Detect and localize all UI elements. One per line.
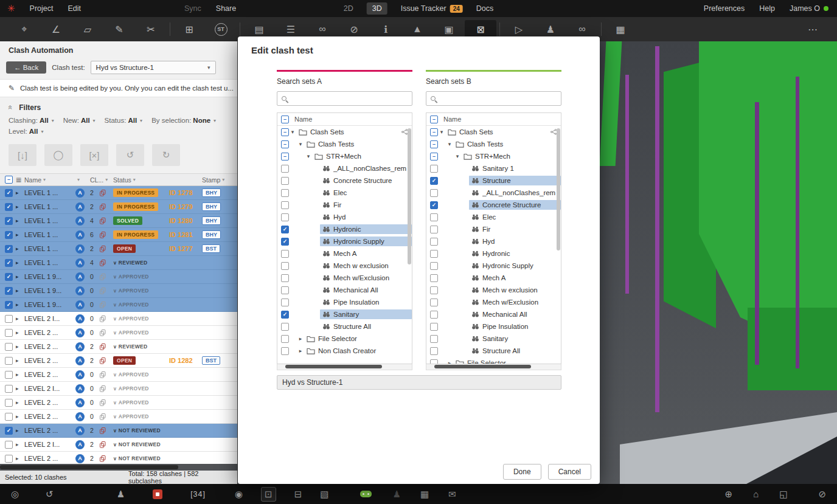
filter-new[interactable]: New:All▾ <box>63 117 96 124</box>
select-all-checkbox-a[interactable]: – <box>281 116 289 123</box>
section-plane-icon[interactable]: ▱ <box>72 20 103 38</box>
tree-checkbox[interactable] <box>430 299 438 306</box>
clash-test-name-input[interactable] <box>277 375 561 390</box>
sheets-icon[interactable]: ▤ <box>243 20 275 38</box>
tree-a-horizontal-scrollbar[interactable] <box>277 364 412 370</box>
tree-row-mech-w-exclusion[interactable]: Mech w exclusion <box>426 284 561 296</box>
tree-checkbox[interactable] <box>281 323 289 331</box>
column-header-cl[interactable]: CL...▾ <box>90 176 113 184</box>
tree-row-structure-all[interactable]: Structure All <box>426 345 561 357</box>
world-icon[interactable]: ⊕ <box>725 489 733 500</box>
tree-row-fir[interactable]: Fir <box>426 223 561 235</box>
menu-3d[interactable]: 3D <box>367 2 387 15</box>
clash-row[interactable]: ▸LEVEL 2 ...A0∨ APPROVED <box>0 396 237 410</box>
tree-checkbox[interactable] <box>430 213 438 221</box>
fullscreen-icon[interactable]: ◱ <box>779 489 788 500</box>
menu-preferences[interactable]: Preferences <box>704 4 745 13</box>
column-header-stamp[interactable]: Stamp▾ <box>202 176 237 184</box>
tree-checkbox[interactable]: – <box>430 128 438 136</box>
tree-checkbox[interactable]: ✓ <box>281 311 289 319</box>
tree-row-hydronic[interactable]: Hydronic <box>426 247 561 260</box>
tree-checkbox[interactable] <box>281 262 289 270</box>
tree-checkbox[interactable] <box>430 311 438 319</box>
clash-row[interactable]: ▸LEVEL 2 ...A2∨ REVIEWED <box>0 340 237 354</box>
scrollbar-thumb[interactable] <box>285 365 382 368</box>
row-checkbox[interactable] <box>5 385 13 393</box>
tree-checkbox[interactable] <box>281 347 289 355</box>
tree-checkbox[interactable] <box>281 274 289 282</box>
expand-chevron-icon[interactable]: ▸ <box>16 204 19 210</box>
expand-chevron-icon[interactable]: ▸ <box>16 246 19 252</box>
search-input-a[interactable] <box>290 95 408 102</box>
refresh-cw-icon[interactable]: ↻ <box>152 144 180 166</box>
tree-checkbox[interactable]: – <box>281 153 289 161</box>
clash-row[interactable]: ✓▸LEVEL 1 ...A4SOLVEDID 1280BHY <box>0 214 237 228</box>
expand-chevron-icon[interactable]: ▸ <box>16 260 19 266</box>
walk-icon[interactable]: ♟ <box>392 489 400 500</box>
tree-a-vertical-scrollbar[interactable] <box>407 127 411 362</box>
apps-icon[interactable]: ▦ <box>420 489 429 500</box>
tree-checkbox[interactable] <box>430 274 438 282</box>
avatar-walk-icon[interactable]: ♟ <box>117 489 125 500</box>
menu-issue-tracker[interactable]: Issue Tracker24 <box>401 4 463 13</box>
tree-row-structure[interactable]: ✓Structure <box>426 174 561 187</box>
record-icon[interactable]: ⊘ <box>818 489 826 500</box>
tree-row-pipe-insulation[interactable]: Pipe Insulation <box>426 320 561 333</box>
row-checkbox[interactable] <box>5 329 13 337</box>
video-icon[interactable]: ▷ <box>503 20 535 38</box>
tree-row-all-nonclashes-rem[interactable]: _ALL_nonClashes_rem <box>426 187 561 199</box>
tree-row-elec[interactable]: Elec <box>426 211 561 223</box>
tree-checkbox[interactable] <box>430 238 438 246</box>
clash-row[interactable]: ✓▸LEVEL 1 9...A0∨ APPROVED <box>0 270 237 284</box>
search-box-b[interactable] <box>426 91 561 106</box>
menu-docs[interactable]: Docs <box>476 4 493 13</box>
tree-checkbox[interactable] <box>281 213 289 221</box>
box-deselect-icon[interactable]: [×] <box>80 144 108 166</box>
tree-checkbox[interactable] <box>281 286 289 294</box>
tree-checkbox[interactable] <box>281 177 289 185</box>
clash-row[interactable]: ✓▸LEVEL 1 ...A2OPENID 1277BST <box>0 242 237 256</box>
search-sets-icon[interactable]: ∞ <box>307 20 338 38</box>
expand-chevron-icon[interactable]: ▸ <box>16 413 19 419</box>
clash-row[interactable]: ▸LEVEL 2 ...A0∨ APPROVED <box>0 410 237 424</box>
scrollbar-thumb[interactable] <box>0 465 178 469</box>
twisty-icon[interactable]: ▾ <box>454 153 461 159</box>
scrollbar-thumb[interactable] <box>434 365 531 368</box>
done-button[interactable]: Done <box>503 464 541 480</box>
gamepad-icon[interactable] <box>360 491 372 497</box>
expand-chevron-icon[interactable]: ▸ <box>16 232 19 238</box>
waypoint-icon[interactable]: ⌖ <box>9 20 40 38</box>
row-checkbox[interactable]: ✓ <box>5 287 13 295</box>
tree-row-mechanical-all[interactable]: Mechanical All <box>426 308 561 320</box>
collapse-filters-icon[interactable]: « <box>6 105 15 109</box>
tree-row-str-mech[interactable]: –▾STR+Mech <box>426 150 561 162</box>
expand-chevron-icon[interactable]: ▸ <box>16 343 19 350</box>
tree-row-non-clash-creator[interactable]: ▸Non Clash Creator <box>277 345 412 357</box>
tree-checkbox[interactable] <box>281 165 289 173</box>
tree-row-mech-a[interactable]: Mech A <box>426 272 561 284</box>
row-checkbox[interactable]: ✓ <box>5 203 13 211</box>
filter-clashing[interactable]: Clashing:All▾ <box>9 117 54 124</box>
tree-row-clash-sets[interactable]: –▾Clash Sets <box>277 126 412 138</box>
clash-row[interactable]: ▸LEVEL 2 I...A0∨ APPROVED <box>0 312 237 326</box>
refresh-ccw-icon[interactable]: ↺ <box>116 144 144 166</box>
clash-row[interactable]: ▸LEVEL 2 I...A2∨ NOT REVIEWED <box>0 438 237 452</box>
tree-checkbox[interactable]: – <box>430 153 438 161</box>
tree-b-vertical-scrollbar[interactable] <box>556 127 560 362</box>
locate-icon[interactable]: ◎ <box>11 489 19 500</box>
twisty-icon[interactable]: ▾ <box>438 129 445 135</box>
row-checkbox[interactable] <box>5 371 13 379</box>
tree-checkbox[interactable] <box>281 299 289 306</box>
expand-chevron-icon[interactable]: ▸ <box>16 316 19 322</box>
tree-checkbox[interactable] <box>430 250 438 258</box>
tree-checkbox[interactable] <box>430 335 438 343</box>
menu-help[interactable]: Help <box>759 4 775 13</box>
menu-2d[interactable]: 2D <box>344 4 353 13</box>
exclusion-icon[interactable]: ⊘ <box>338 20 370 38</box>
tree-checkbox[interactable] <box>281 250 289 258</box>
tree-row-clash-tests[interactable]: –▾Clash Tests <box>277 138 412 150</box>
clash-row[interactable]: ▸LEVEL 2 ...A0∨ APPROVED <box>0 326 237 340</box>
tree-row-hydronic[interactable]: ✓Hydronic <box>277 223 412 235</box>
clash-row[interactable]: ▸LEVEL 2 I...A0∨ APPROVED <box>0 382 237 396</box>
tree-checkbox[interactable] <box>430 359 438 365</box>
